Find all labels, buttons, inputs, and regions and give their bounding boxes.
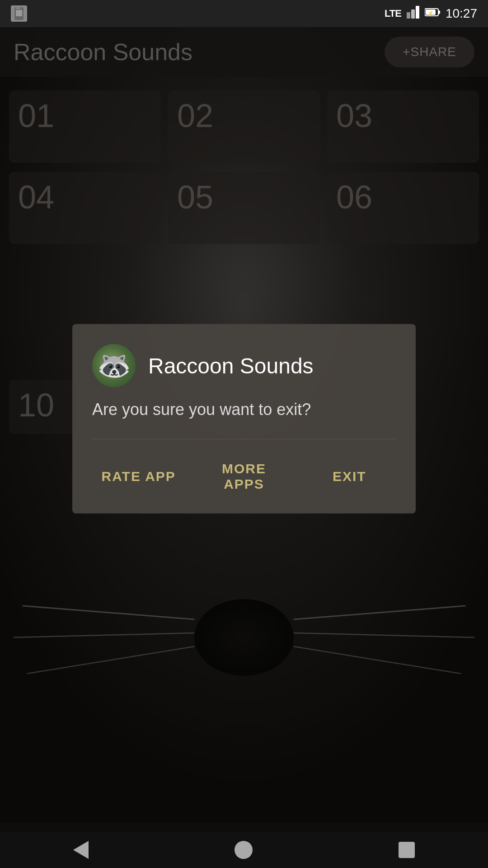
- rate-app-button[interactable]: RATE APP: [86, 456, 191, 497]
- svg-marker-4: [411, 9, 415, 19]
- svg-rect-1: [16, 10, 22, 16]
- lte-indicator: LTE: [385, 8, 401, 19]
- exit-button[interactable]: EXIT: [297, 456, 402, 497]
- svg-marker-3: [407, 12, 410, 19]
- recent-icon: [399, 842, 415, 858]
- svg-rect-8: [438, 10, 440, 14]
- svg-marker-5: [416, 6, 419, 19]
- sim-icon: [11, 5, 27, 22]
- dialog-message: Are you sure you want to exit?: [72, 398, 416, 439]
- dialog-app-icon: [92, 344, 136, 387]
- dialog-header: Raccoon Sounds: [72, 324, 416, 398]
- back-button[interactable]: [55, 836, 107, 863]
- exit-dialog: Raccoon Sounds Are you sure you want to …: [72, 324, 416, 514]
- status-bar-right: LTE ⚡ 10:27: [385, 6, 477, 21]
- dialog-actions: RATE APP MORE APPS EXIT: [72, 439, 416, 514]
- battery-icon: ⚡: [425, 7, 440, 20]
- nav-bar: [0, 832, 488, 868]
- dialog-title: Raccoon Sounds: [148, 353, 314, 378]
- home-icon: [235, 841, 253, 859]
- home-button[interactable]: [216, 836, 271, 863]
- status-bar: LTE ⚡ 10:27: [0, 0, 488, 27]
- sim-indicator: [11, 5, 27, 22]
- recent-button[interactable]: [380, 837, 433, 863]
- back-icon: [73, 841, 89, 859]
- svg-text:⚡: ⚡: [428, 10, 434, 16]
- more-apps-button[interactable]: MORE APPS: [191, 448, 296, 505]
- clock: 10:27: [446, 6, 477, 21]
- signal-icon: [407, 6, 419, 21]
